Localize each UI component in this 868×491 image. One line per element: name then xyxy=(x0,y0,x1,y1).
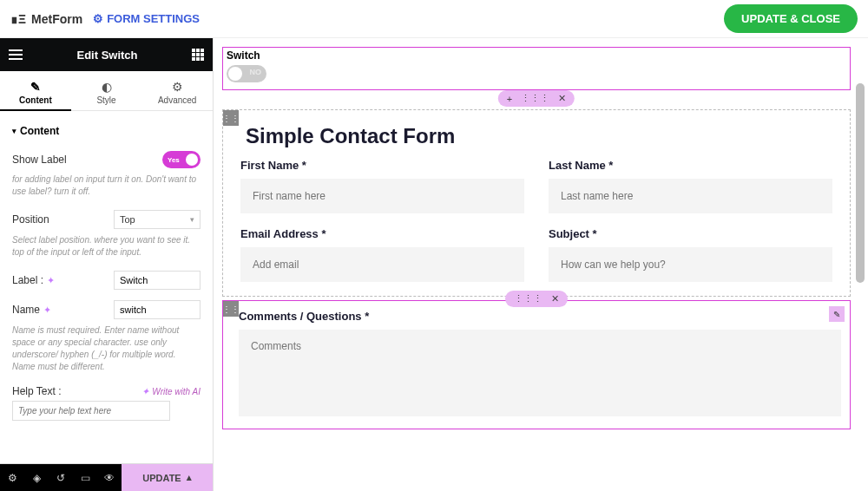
show-label-label: Show Label xyxy=(12,154,67,166)
switch-label: Switch xyxy=(227,49,846,62)
section-drag-handle[interactable]: ⋮⋮ xyxy=(223,301,239,317)
toggle-knob xyxy=(186,154,198,166)
update-button[interactable]: UPDATE ▴ xyxy=(122,464,213,491)
canvas: Switch NO + ⋮⋮⋮ ✕ ⋮⋮ Simple Contact Form… xyxy=(214,38,868,491)
email-input[interactable] xyxy=(240,247,524,282)
close-icon[interactable]: ✕ xyxy=(551,293,559,304)
drag-icon[interactable]: ⋮⋮⋮ xyxy=(514,293,542,304)
label-field-label: Label : ✦ xyxy=(12,274,55,286)
update-label: UPDATE xyxy=(142,473,181,483)
subject-input[interactable] xyxy=(549,247,832,282)
toggle-value: Yes xyxy=(168,156,180,164)
editor-panel: Edit Switch ✎ Content ◐ Style ⚙ Advanced… xyxy=(0,38,214,491)
section-title: Content xyxy=(20,125,59,137)
name-help: Name is must required. Enter name withou… xyxy=(12,323,201,378)
subject-label: Subject * xyxy=(549,227,832,240)
name-input[interactable] xyxy=(114,300,201,319)
history-icon[interactable]: ↺ xyxy=(49,464,73,492)
app-name: MetForm xyxy=(31,12,82,26)
position-label: Position xyxy=(12,213,49,226)
comments-label: Comments / Questions * xyxy=(239,310,841,323)
tab-label: Content xyxy=(19,95,52,105)
pencil-icon: ✎ xyxy=(0,80,71,94)
gear-icon: ⚙ xyxy=(141,80,213,94)
first-name-label: First Name * xyxy=(240,159,524,172)
first-name-input[interactable] xyxy=(240,179,524,213)
position-value: Top xyxy=(120,214,135,225)
last-name-field: Last Name * xyxy=(549,159,832,213)
tab-label: Style xyxy=(96,95,115,105)
last-name-label: Last Name * xyxy=(549,159,832,172)
switch-off-text: NO xyxy=(250,68,262,76)
comments-textarea[interactable] xyxy=(239,330,841,416)
edit-pencil-icon[interactable]: ✎ xyxy=(829,306,845,322)
scrollbar-thumb[interactable] xyxy=(856,83,865,283)
switch-toggle-preview[interactable]: NO xyxy=(227,65,266,82)
menu-icon[interactable] xyxy=(9,49,23,60)
settings-icon[interactable]: ⚙ xyxy=(0,464,24,492)
preview-icon[interactable]: 👁 xyxy=(97,464,122,492)
tab-label: Advanced xyxy=(158,95,196,105)
ai-icon[interactable]: ✦ xyxy=(43,304,51,316)
help-text-input[interactable] xyxy=(12,401,170,421)
drag-icon[interactable]: ⋮⋮⋮ xyxy=(521,93,549,104)
widgets-icon[interactable] xyxy=(192,49,204,61)
tab-content[interactable]: ✎ Content xyxy=(0,71,71,110)
subject-field: Subject * xyxy=(549,227,832,282)
ai-icon[interactable]: ✦ xyxy=(47,275,55,286)
section-edit-controls: ⋮⋮⋮ ✕ xyxy=(505,291,568,307)
email-field: Email Address * xyxy=(240,227,524,282)
form-title: Simple Contact Form xyxy=(223,110,850,159)
caret-down-icon: ▾ xyxy=(12,127,16,135)
show-label-help: for adding label on input turn it on. Do… xyxy=(12,172,201,203)
update-close-button[interactable]: UPDATE & CLOSE xyxy=(724,4,858,33)
show-label-toggle[interactable]: Yes xyxy=(162,151,201,168)
name-field-label: Name ✦ xyxy=(12,304,51,316)
close-icon[interactable]: ✕ xyxy=(558,93,566,104)
first-name-field: First Name * xyxy=(240,159,524,213)
elementor-icon: ∎Ξ xyxy=(10,12,26,26)
chevron-down-icon: ▾ xyxy=(190,215,194,224)
form-section[interactable]: ⋮⋮ Simple Contact Form First Name * Last… xyxy=(222,109,851,297)
switch-widget[interactable]: Switch NO xyxy=(222,47,851,90)
app-logo: ∎Ξ MetForm xyxy=(10,12,82,26)
email-label: Email Address * xyxy=(240,227,524,240)
scrollbar[interactable] xyxy=(856,83,865,491)
comments-section[interactable]: ⋮⋮⋮ ✕ ⋮⋮ ✎ Comments / Questions * xyxy=(222,300,851,429)
gear-icon: ⚙ xyxy=(93,12,103,25)
navigator-icon[interactable]: ◈ xyxy=(24,464,49,492)
switch-knob xyxy=(228,67,242,81)
contrast-icon: ◐ xyxy=(71,80,142,94)
position-help: Select label position. where you want to… xyxy=(12,232,201,264)
panel-title: Edit Switch xyxy=(23,49,192,62)
ai-icon: ✦ xyxy=(141,386,149,396)
responsive-icon[interactable]: ▭ xyxy=(73,464,97,492)
add-icon[interactable]: + xyxy=(507,94,512,104)
section-header-content[interactable]: ▾ Content xyxy=(12,120,201,144)
tab-style[interactable]: ◐ Style xyxy=(71,71,142,110)
section-edit-controls: + ⋮⋮⋮ ✕ xyxy=(498,90,575,107)
tab-advanced[interactable]: ⚙ Advanced xyxy=(141,71,213,110)
write-with-ai-link[interactable]: ✦ Write with AI xyxy=(141,386,201,397)
last-name-input[interactable] xyxy=(549,179,832,213)
section-drag-handle[interactable]: ⋮⋮ xyxy=(223,110,239,126)
help-text-label: Help Text : xyxy=(12,385,61,397)
label-input[interactable] xyxy=(114,271,201,290)
form-settings-button[interactable]: ⚙ FORM SETTINGS xyxy=(93,12,200,25)
position-select[interactable]: Top ▾ xyxy=(114,210,201,229)
form-settings-label: FORM SETTINGS xyxy=(107,12,200,25)
caret-up-icon: ▴ xyxy=(187,472,192,483)
